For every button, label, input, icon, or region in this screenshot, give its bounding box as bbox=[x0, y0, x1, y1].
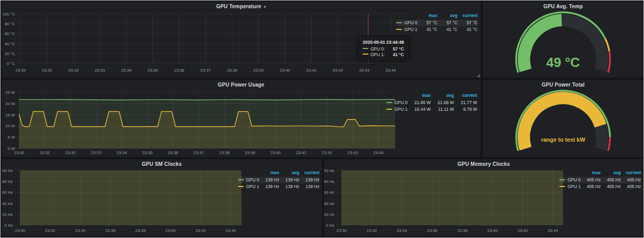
series-fill bbox=[20, 159, 242, 225]
gpu-power-usage-chart[interactable]: 0 W5 W10 W15 W20 W25 W23:3023:3123:3223:… bbox=[2, 80, 481, 157]
panel-title-gpu-memory-clocks[interactable]: GPU Memory Clocks bbox=[324, 161, 643, 167]
legend-header[interactable]: current bbox=[621, 169, 641, 177]
legend-value: 405 Hz bbox=[581, 183, 601, 190]
svg-text:23:30: 23:30 bbox=[14, 150, 25, 155]
legend-value: 16.44 W bbox=[408, 106, 431, 113]
legend-header[interactable]: max bbox=[417, 12, 437, 20]
legend-series-name[interactable]: GPU 0 bbox=[396, 20, 417, 26]
svg-text:23:34: 23:34 bbox=[75, 228, 86, 233]
svg-text:23:33: 23:33 bbox=[95, 68, 106, 73]
panel-gpu-power-usage: GPU Power Usage 0 W5 W10 W15 W20 W25 W23… bbox=[2, 80, 481, 157]
svg-text:23:36: 23:36 bbox=[105, 228, 116, 233]
legend-value: 139 Hz bbox=[259, 177, 279, 183]
panel-resize-handle[interactable] bbox=[477, 74, 480, 77]
svg-text:23:33: 23:33 bbox=[91, 150, 101, 155]
svg-text:40 Hz: 40 Hz bbox=[2, 201, 13, 206]
svg-text:5 W: 5 W bbox=[8, 135, 15, 140]
legend-series-name[interactable]: GPU 1 bbox=[396, 26, 417, 33]
legend-header[interactable]: avg bbox=[279, 169, 299, 177]
series-color-dash-icon bbox=[238, 179, 244, 180]
svg-text:23:36: 23:36 bbox=[174, 68, 185, 73]
legend-series-name[interactable]: GPU 0 bbox=[238, 177, 259, 183]
svg-text:23:30: 23:30 bbox=[336, 228, 347, 233]
svg-text:23:40: 23:40 bbox=[280, 68, 291, 73]
svg-text:20 W: 20 W bbox=[5, 101, 15, 106]
legend-header[interactable]: current bbox=[299, 169, 319, 177]
svg-text:100 Hz: 100 Hz bbox=[2, 168, 13, 173]
series-plot-area bbox=[342, 159, 564, 225]
legend-series-name[interactable]: GPU 0 bbox=[386, 99, 408, 106]
gpu-memory-clocks-legend: maxavgcurrentGPU 0405 Hz405 Hz405 HzGPU … bbox=[560, 169, 641, 190]
svg-text:60 °C: 60 °C bbox=[5, 31, 15, 36]
legend-row: GPU 1405 Hz405 Hz405 Hz bbox=[560, 183, 641, 190]
legend-row: GPU 021.86 W21.68 W21.77 W bbox=[386, 99, 477, 106]
svg-text:23:32: 23:32 bbox=[45, 228, 56, 233]
panel-title-gpu-temperature[interactable]: GPU Temperature▾ bbox=[2, 4, 481, 9]
legend-header[interactable]: max bbox=[259, 169, 279, 177]
series-plot-area bbox=[20, 159, 242, 225]
legend-series-name[interactable]: GPU 1 bbox=[386, 106, 408, 113]
legend-row: GPU 0139 Hz139 Hz139 Hz bbox=[238, 177, 319, 183]
legend-value: 41 °C bbox=[417, 26, 437, 33]
legend-header[interactable]: avg bbox=[437, 12, 457, 20]
legend-value: 139 Hz bbox=[279, 177, 299, 183]
panel-title-gpu-power-usage[interactable]: GPU Power Usage bbox=[2, 82, 481, 88]
legend-value: 21.86 W bbox=[408, 99, 431, 106]
svg-text:23:32: 23:32 bbox=[367, 228, 378, 233]
legend-header[interactable]: avg bbox=[601, 169, 621, 177]
legend-value: 57 °C bbox=[437, 20, 457, 26]
panel-title-gpu-avg-temp[interactable]: GPU Avg. Temp bbox=[483, 4, 643, 9]
series-color-dash-icon bbox=[560, 179, 565, 180]
svg-text:60 Hz: 60 Hz bbox=[324, 190, 334, 195]
legend-value: 41 °C bbox=[457, 26, 478, 33]
legend-value: 11.11 W bbox=[431, 106, 454, 113]
legend-value: 21.68 W bbox=[431, 99, 454, 106]
legend-header[interactable]: max bbox=[408, 92, 431, 99]
gpu-avg-temp-gauge: 49 °C bbox=[483, 2, 643, 78]
svg-text:23:41: 23:41 bbox=[296, 150, 307, 155]
panel-title-text: GPU Avg. Temp bbox=[544, 4, 583, 9]
gpu-temperature-legend: maxavgcurrentGPU 057 °C57 °C57 °CGPU 141… bbox=[396, 12, 478, 33]
svg-text:80 Hz: 80 Hz bbox=[2, 179, 13, 184]
legend-row: GPU 141 °C41 °C41 °C bbox=[396, 26, 478, 33]
svg-text:23:42: 23:42 bbox=[333, 68, 344, 73]
tooltip-series-label: GPU 0: bbox=[370, 46, 385, 52]
legend-header[interactable]: current bbox=[454, 92, 477, 99]
svg-text:60 Hz: 60 Hz bbox=[2, 190, 13, 195]
legend-value: 139 Hz bbox=[259, 183, 279, 190]
legend-header[interactable]: current bbox=[457, 12, 478, 20]
legend-row: GPU 0405 Hz405 Hz405 Hz bbox=[560, 177, 641, 183]
legend-series-name[interactable]: GPU 1 bbox=[560, 183, 581, 190]
panel-title-text: GPU Power Usage bbox=[218, 82, 264, 88]
svg-text:23:44: 23:44 bbox=[226, 228, 236, 233]
legend-value: 9.79 W bbox=[454, 106, 477, 113]
svg-text:23:30: 23:30 bbox=[15, 228, 26, 233]
legend-value: 57 °C bbox=[417, 20, 437, 26]
series-color-dash-icon bbox=[396, 22, 402, 23]
svg-text:23:40: 23:40 bbox=[487, 228, 498, 233]
legend-value: 139 Hz bbox=[279, 183, 299, 190]
legend-series-name[interactable]: GPU 0 bbox=[560, 177, 581, 183]
legend-row: GPU 116.44 W11.11 W9.79 W bbox=[386, 106, 477, 113]
svg-text:80 °C: 80 °C bbox=[5, 22, 15, 26]
legend-header[interactable]: avg bbox=[431, 92, 454, 99]
gauge-value-text: range to text kW bbox=[541, 137, 585, 143]
svg-text:23:40: 23:40 bbox=[165, 228, 176, 233]
tooltip-series-value: 41 °C bbox=[393, 52, 404, 57]
svg-text:20 Hz: 20 Hz bbox=[324, 212, 334, 217]
panel-gpu-memory-clocks: GPU Memory Clocks 0 Hz20 Hz40 Hz60 Hz80 … bbox=[324, 159, 643, 236]
svg-text:23:39: 23:39 bbox=[245, 150, 256, 155]
panel-menu-caret-icon[interactable]: ▾ bbox=[264, 5, 266, 9]
svg-text:23:41: 23:41 bbox=[306, 68, 317, 73]
legend-value: 21.77 W bbox=[454, 99, 477, 106]
svg-text:10 W: 10 W bbox=[5, 124, 15, 128]
panel-title-gpu-power-total[interactable]: GPU Power Total bbox=[483, 82, 643, 88]
svg-text:23:38: 23:38 bbox=[135, 228, 146, 233]
legend-value: 405 Hz bbox=[601, 177, 621, 183]
svg-text:40 Hz: 40 Hz bbox=[324, 201, 334, 206]
legend-series-name[interactable]: GPU 1 bbox=[238, 183, 259, 190]
svg-text:23:42: 23:42 bbox=[322, 150, 333, 155]
legend-header[interactable]: max bbox=[581, 169, 601, 177]
legend-row: GPU 1139 Hz139 Hz139 Hz bbox=[238, 183, 319, 190]
panel-title-gpu-sm-clocks[interactable]: GPU SM Clocks bbox=[2, 161, 322, 167]
